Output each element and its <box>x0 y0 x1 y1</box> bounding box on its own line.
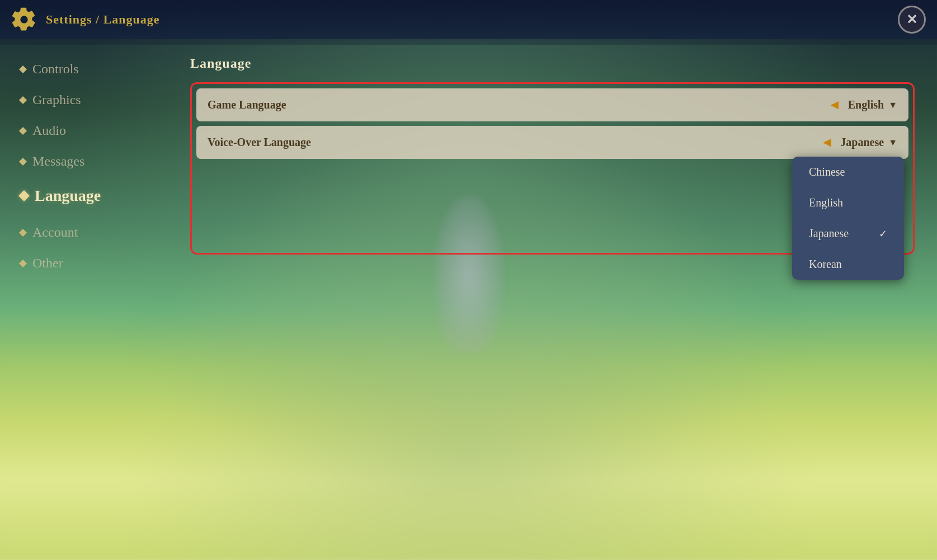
game-language-chevron-icon: ▼ <box>888 100 897 110</box>
page-title: Language <box>190 56 915 71</box>
voice-over-language-label: Voice-Over Language <box>208 136 821 149</box>
diamond-active-icon <box>18 190 30 201</box>
sidebar-label-messages: Messages <box>32 154 84 169</box>
sidebar-item-graphics[interactable]: Graphics <box>11 87 157 113</box>
sidebar-label-account: Account <box>32 225 78 240</box>
voice-over-dropdown: Chinese English Japanese ✓ Korean <box>792 157 904 280</box>
game-language-value: English <box>848 98 884 111</box>
diamond-icon <box>19 96 27 103</box>
game-language-label: Game Language <box>208 98 828 111</box>
sidebar-item-language[interactable]: Language <box>11 181 157 210</box>
close-button[interactable]: ✕ <box>898 6 926 34</box>
dropdown-item-japanese[interactable]: Japanese ✓ <box>792 218 904 249</box>
sidebar-label-graphics: Graphics <box>32 92 81 107</box>
dropdown-label-japanese: Japanese <box>809 227 849 240</box>
diamond-icon <box>19 157 27 165</box>
sidebar-item-controls[interactable]: Controls <box>11 56 157 82</box>
voice-over-language-row[interactable]: Voice-Over Language ◄ Japanese ▼ Chinese… <box>196 126 908 159</box>
dropdown-label-korean: Korean <box>809 258 842 271</box>
sidebar-label-other: Other <box>32 256 63 271</box>
header: Settings / Language ✕ <box>0 0 937 39</box>
main-layout: Controls Graphics Audio Messages Languag… <box>0 39 937 560</box>
checkmark-icon: ✓ <box>879 228 887 240</box>
voice-over-language-arrow-icon: ◄ <box>821 135 834 150</box>
dropdown-item-english[interactable]: English <box>792 187 904 218</box>
sidebar-label-controls: Controls <box>32 62 79 77</box>
dropdown-item-korean[interactable]: Korean <box>792 249 904 280</box>
sidebar-label-audio: Audio <box>32 123 66 138</box>
header-title: Settings / Language <box>46 12 160 27</box>
sidebar-item-other[interactable]: Other <box>11 250 157 276</box>
diamond-icon <box>19 228 27 236</box>
diamond-icon <box>19 126 27 134</box>
sidebar-item-messages[interactable]: Messages <box>11 148 157 175</box>
content-area: Language Game Language ◄ English ▼ Voice… <box>168 39 937 560</box>
voice-over-language-value: Japanese <box>840 136 884 149</box>
sidebar-item-audio[interactable]: Audio <box>11 117 157 144</box>
sidebar: Controls Graphics Audio Messages Languag… <box>0 39 168 560</box>
game-language-row[interactable]: Game Language ◄ English ▼ <box>196 88 908 121</box>
gear-icon <box>11 7 37 32</box>
dropdown-label-chinese: Chinese <box>809 166 845 178</box>
settings-panel: Game Language ◄ English ▼ Voice-Over Lan… <box>190 82 915 255</box>
sidebar-item-account[interactable]: Account <box>11 219 157 246</box>
sidebar-label-language: Language <box>35 187 101 205</box>
voice-over-language-chevron-icon: ▼ <box>888 138 897 148</box>
diamond-icon <box>19 65 27 73</box>
game-language-arrow-icon: ◄ <box>828 97 841 112</box>
diamond-icon <box>19 259 27 267</box>
dropdown-item-chinese[interactable]: Chinese <box>792 157 904 187</box>
close-icon: ✕ <box>906 12 917 27</box>
dropdown-label-english: English <box>809 196 843 209</box>
